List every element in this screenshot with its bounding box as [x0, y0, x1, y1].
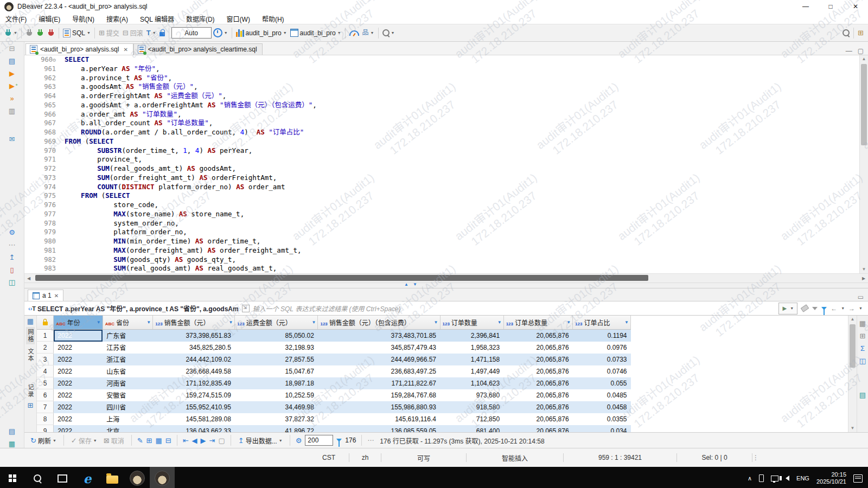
export-script-icon[interactable]: ↥ — [9, 254, 15, 261]
column-filter-icon[interactable]: ▼ — [624, 320, 629, 325]
panel-meta-icon[interactable]: ◫ — [859, 357, 866, 364]
panel-grid-icon[interactable]: ▦ — [859, 320, 866, 327]
explain-plan-icon[interactable]: ▥ — [9, 107, 15, 115]
scroll-down-icon[interactable]: ▼ — [860, 266, 868, 273]
connect-button[interactable] — [24, 28, 35, 38]
code-line[interactable]: 975 FROM (SELECT — [24, 191, 868, 201]
collapse-down-icon[interactable]: ▼ — [413, 282, 417, 287]
cell[interactable]: 145,619,116.4 — [318, 413, 440, 425]
commit-mode-select[interactable]: Auto — [171, 27, 212, 38]
column-header[interactable]: ABC年份▼ — [54, 316, 103, 330]
column-filter-icon[interactable]: ▼ — [497, 320, 502, 325]
editor-horizontal-scrollbar[interactable]: ◀ ▶ — [24, 273, 868, 282]
menu-item[interactable]: SQL 编辑器 — [140, 14, 174, 23]
remove-filter-icon[interactable] — [812, 307, 818, 310]
cell[interactable]: 712,850 — [440, 413, 503, 425]
more-icon[interactable]: ⋮ — [752, 454, 760, 461]
cell[interactable]: 1,958,323 — [440, 342, 503, 354]
cell[interactable]: 0.0746 — [573, 365, 631, 377]
last-row-icon[interactable]: ⇥ — [209, 436, 215, 445]
cell[interactable]: 159,274,515.09 — [153, 389, 235, 401]
cell[interactable]: 2022 — [54, 389, 103, 401]
cell[interactable]: 155,986,880.93 — [318, 401, 440, 413]
cell[interactable]: 34,469.98 — [235, 401, 318, 413]
volume-icon[interactable] — [786, 476, 789, 481]
commit-button[interactable]: ⊞提交 — [97, 27, 121, 38]
row-number[interactable]: 5 — [37, 377, 54, 389]
filter-sql-text[interactable]: SELECT a.perYear AS "年份", a.province_t A… — [37, 304, 239, 313]
code-line[interactable]: 967 b.all_order_count AS "订单总数量", — [24, 119, 868, 128]
code-line[interactable]: 977 MAX(store_name) AS store_name_t, — [24, 210, 868, 219]
cell[interactable]: 2022 — [54, 342, 103, 354]
column-filter-icon[interactable]: ▼ — [228, 320, 233, 325]
cell[interactable]: 0.034 — [573, 425, 631, 433]
scroll-down-icon[interactable]: ▼ — [848, 425, 857, 432]
taskbar-search-button[interactable] — [25, 467, 50, 488]
apply-filter-button[interactable]: ▶▼ — [778, 303, 797, 314]
scrollbar-thumb[interactable] — [850, 324, 856, 368]
filter-settings-icon[interactable] — [821, 307, 827, 310]
table-row[interactable]: 92022北京136,043,662.3341,896.72136,085,55… — [37, 425, 631, 433]
editor-vertical-scrollbar[interactable]: ▲ ▼ — [859, 55, 868, 273]
menu-item[interactable]: 数据库(D) — [186, 14, 215, 23]
cell[interactable]: 20,065,876 — [503, 354, 572, 365]
result-grid[interactable]: ABC年份▼ABC省份▼123销售金额（元）▼123运费金额（元）▼123销售金… — [37, 316, 631, 432]
close-button[interactable]: ✕ — [843, 0, 868, 13]
fetch-all-icon[interactable] — [336, 439, 342, 442]
close-icon[interactable]: ✕ — [54, 293, 59, 299]
code-line[interactable]: 976 store_code, — [24, 201, 868, 210]
language-indicator[interactable]: ENG — [796, 475, 809, 481]
code-line[interactable]: 980 MIN(min_order_time) AS order_time_t, — [24, 237, 868, 246]
cell[interactable]: 136,043,662.33 — [153, 425, 235, 433]
results-vertical-scrollbar[interactable]: ▲ ▼ — [848, 316, 857, 432]
cell[interactable]: 20,065,876 — [503, 425, 572, 433]
collapse-up-icon[interactable]: ▲ — [404, 282, 409, 287]
refresh-button[interactable]: ↻刷新▼ — [29, 435, 58, 446]
add-row-icon[interactable]: ⊞ — [146, 436, 152, 445]
cell[interactable]: 681,400 — [440, 425, 503, 433]
quick-search-button[interactable] — [841, 28, 851, 37]
column-header[interactable]: 123订单总数量▼ — [503, 316, 572, 330]
expand-filter-icon[interactable] — [242, 305, 250, 312]
row-number[interactable]: 2 — [37, 342, 54, 354]
column-header[interactable]: 123运费金额（元）▼ — [235, 316, 318, 330]
table-row[interactable]: 42022山东省236,668,449.5815,047.67236,683,4… — [37, 365, 631, 377]
code-line[interactable]: 964 a.orderFreightAmt AS "运费金额（元）", — [24, 92, 868, 101]
execute-sql-icon[interactable]: ▶ — [9, 70, 15, 78]
more-icon[interactable]: ⋯ — [367, 436, 374, 444]
table-row[interactable]: 12022广东省373,398,651.8385,050.02373,483,7… — [37, 330, 631, 342]
row-number[interactable]: 6 — [37, 389, 54, 401]
table-row[interactable]: 82022上海145,581,289.0837,827.32145,619,11… — [37, 413, 631, 425]
column-filter-icon[interactable]: ▼ — [434, 320, 438, 325]
console-icon[interactable]: ⊟ — [9, 45, 15, 53]
cell[interactable]: 145,581,289.08 — [153, 413, 235, 425]
cell[interactable]: 0.0458 — [573, 401, 631, 413]
grid-view-icon[interactable]: ▦ — [9, 440, 15, 448]
record-doc-icon[interactable]: ▤ — [9, 428, 15, 435]
pen-input-icon[interactable] — [759, 474, 764, 482]
menu-item[interactable]: 文件(F) — [5, 14, 27, 23]
search-button[interactable]: ▼ — [381, 28, 397, 37]
schema-selector[interactable]: audit_bi_pro▼ — [289, 28, 343, 38]
table-row[interactable]: 62022安徽省159,274,515.0910,252.59159,284,7… — [37, 389, 631, 401]
column-filter-icon[interactable]: ▼ — [146, 320, 151, 325]
cell[interactable]: 0.0355 — [573, 413, 631, 425]
row-number[interactable]: 7 — [37, 401, 54, 413]
cell[interactable]: 江苏省 — [103, 342, 152, 354]
cell[interactable]: 1,497,449 — [440, 365, 503, 377]
task-view-button[interactable] — [50, 467, 75, 488]
table-row[interactable]: 52022河南省171,192,835.4918,987.18171,211,8… — [37, 377, 631, 389]
network-icon[interactable] — [771, 476, 778, 481]
clear-filter-icon[interactable] — [801, 304, 809, 312]
column-filter-icon[interactable]: ▼ — [566, 320, 571, 325]
cell[interactable]: 236,668,449.58 — [153, 365, 235, 377]
cancel-button[interactable]: ⊠取消 — [102, 435, 126, 446]
cell[interactable]: 20,065,876 — [503, 413, 572, 425]
cell[interactable]: 2022 — [54, 354, 103, 365]
cell[interactable]: 136,085,559.05 — [318, 425, 440, 433]
cell[interactable]: 171,211,822.67 — [318, 377, 440, 389]
cell[interactable]: 27,857.55 — [235, 354, 318, 365]
panel-calc-icon[interactable]: Σ — [860, 345, 865, 352]
cell[interactable]: 37,827.32 — [235, 413, 318, 425]
row-header-corner[interactable] — [37, 316, 54, 330]
